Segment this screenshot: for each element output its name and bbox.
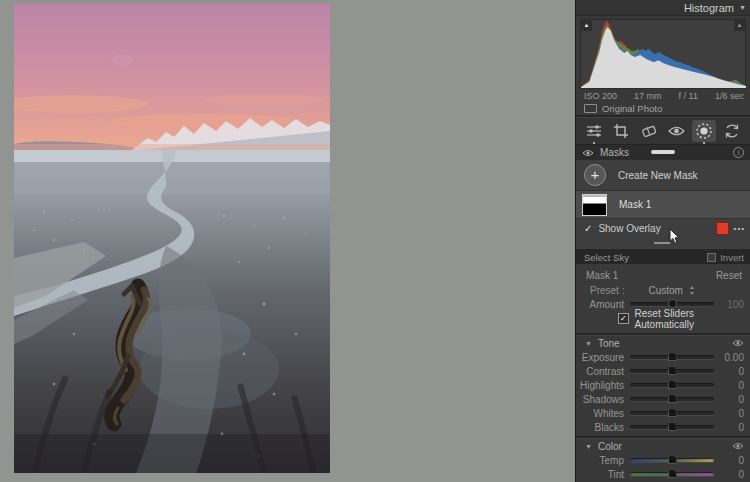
highlights-value[interactable]: 0: [714, 380, 750, 391]
auto-reset-label: Reset Sliders Automatically: [635, 308, 750, 330]
contrast-slider-track[interactable]: [630, 369, 714, 373]
shadows-slider-row: Shadows 0: [576, 392, 750, 406]
contrast-value[interactable]: 0: [714, 366, 750, 377]
slider-thumb[interactable]: [668, 380, 677, 389]
create-new-mask-row[interactable]: + Create New Mask: [576, 160, 750, 190]
color-section: ▼ Color Temp 0 Tint 0 Hue 0.0: [576, 439, 750, 482]
whites-slider-track[interactable]: [630, 411, 714, 415]
color-section-header[interactable]: ▼ Color: [576, 439, 750, 453]
select-sky-label: Select Sky: [584, 252, 629, 263]
panel-drag-handle[interactable]: [651, 150, 675, 154]
tint-slider-row: Tint 0: [576, 467, 750, 481]
collapse-triangle-icon[interactable]: ▼: [739, 0, 746, 16]
slider-thumb[interactable]: [668, 469, 677, 478]
slider-thumb[interactable]: [668, 366, 677, 375]
color-title: Color: [598, 441, 622, 452]
masking-tool-button[interactable]: [692, 120, 716, 142]
slider-thumb[interactable]: [668, 352, 677, 361]
masks-panel-resize-area[interactable]: [576, 237, 750, 250]
create-mask-plus-button[interactable]: +: [584, 164, 606, 186]
whites-slider-row: Whites 0: [576, 406, 750, 420]
mask-list-item[interactable]: Mask 1: [576, 190, 750, 219]
masks-panel-title: Masks: [600, 147, 629, 158]
preset-row[interactable]: Preset : Custom: [576, 283, 750, 297]
masks-panel-header[interactable]: Masks i: [576, 144, 750, 160]
tone-section-header[interactable]: ▼ Tone: [576, 336, 750, 350]
tone-section: ▼ Tone Exposure 0.00 Contrast 0 Highligh…: [576, 336, 750, 436]
disclosure-triangle-icon[interactable]: ▼: [585, 340, 592, 347]
blacks-slider-row: Blacks 0: [576, 420, 750, 434]
slider-thumb[interactable]: [668, 408, 677, 417]
reset-button[interactable]: Reset: [716, 270, 742, 281]
temp-slider-track[interactable]: [630, 458, 714, 462]
mask-name: Mask 1: [619, 199, 651, 210]
show-overlay-label: Show Overlay: [598, 223, 660, 234]
mask-action-bar[interactable]: Select Sky Invert: [576, 250, 750, 264]
preset-value[interactable]: Custom: [648, 285, 682, 296]
tint-slider-track[interactable]: [630, 472, 714, 476]
blacks-value[interactable]: 0: [714, 422, 750, 433]
heal-tool-button[interactable]: [637, 120, 661, 142]
shadow-clipping-icon[interactable]: ▲: [581, 20, 592, 31]
histogram-panel-header[interactable]: Histogram ▼: [576, 0, 750, 16]
slider-label: Tint: [576, 469, 624, 480]
show-overlay-checkbox[interactable]: ✓: [584, 223, 592, 234]
slider-thumb[interactable]: [668, 394, 677, 403]
slider-thumb[interactable]: [668, 455, 677, 464]
slider-label: Exposure: [576, 352, 624, 363]
amount-slider-track[interactable]: [630, 302, 714, 306]
focal-length-value: 17 mm: [634, 91, 662, 101]
invert-toggle[interactable]: Invert: [707, 252, 744, 263]
whites-value[interactable]: 0: [714, 408, 750, 419]
show-overlay-row[interactable]: ✓ Show Overlay •••: [576, 219, 750, 237]
tone-visibility-eye-icon[interactable]: [732, 339, 744, 347]
auto-reset-checkbox[interactable]: ✓: [618, 313, 629, 324]
color-visibility-eye-icon[interactable]: [732, 442, 744, 450]
photo-canvas[interactable]: [14, 4, 330, 473]
before-after-icon[interactable]: [584, 104, 597, 113]
aperture-value: f / 11: [679, 91, 698, 101]
lightroom-window: { "glyphs": { "triangle_down": "▼", "cli…: [0, 0, 750, 482]
slider-label: Contrast: [576, 366, 624, 377]
contrast-slider-row: Contrast 0: [576, 364, 750, 378]
tool-strip: [576, 118, 750, 144]
highlights-slider-track[interactable]: [630, 383, 714, 387]
shutter-value: 1/6 sec: [715, 91, 744, 101]
create-new-mask-label: Create New Mask: [618, 170, 697, 181]
temp-slider-row: Temp 0: [576, 453, 750, 467]
histogram-graph: [581, 20, 746, 88]
invert-checkbox[interactable]: [707, 253, 716, 262]
disclosure-triangle-icon[interactable]: ▼: [585, 443, 592, 450]
resize-handle[interactable]: [654, 242, 670, 244]
temp-value[interactable]: 0: [714, 455, 750, 466]
shadows-slider-track[interactable]: [630, 397, 714, 401]
original-photo-label: Original Photo: [602, 103, 662, 114]
tint-value[interactable]: 0: [714, 469, 750, 480]
preset-label: Preset :: [590, 285, 624, 296]
highlight-clipping-icon[interactable]: ▲: [734, 20, 745, 31]
auto-reset-toggle[interactable]: ✓ Reset Sliders Automatically: [576, 311, 750, 326]
overlay-options-icon[interactable]: •••: [734, 224, 745, 233]
original-photo-toggle[interactable]: Original Photo: [576, 101, 750, 115]
histogram[interactable]: ▲ ▲: [580, 19, 746, 89]
edit-sliders-tool-button[interactable]: [582, 120, 606, 142]
mask-thumbnail[interactable]: [582, 194, 607, 216]
amount-slider-thumb[interactable]: [668, 299, 677, 308]
masks-visibility-eye-icon[interactable]: [582, 149, 594, 157]
shadows-value[interactable]: 0: [714, 394, 750, 405]
slider-thumb[interactable]: [668, 422, 677, 431]
refresh-tool-button[interactable]: [720, 120, 744, 142]
red-eye-tool-button[interactable]: [665, 120, 689, 142]
preset-dropdown-icon[interactable]: [689, 286, 696, 295]
histogram-title: Histogram: [684, 2, 734, 14]
mask-settings-header: Mask 1 Reset: [576, 268, 750, 283]
invert-label: Invert: [720, 252, 744, 263]
exposure-slider-track[interactable]: [630, 355, 714, 359]
crop-tool-button[interactable]: [609, 120, 633, 142]
overlay-color-swatch[interactable]: [716, 222, 729, 235]
mask-settings: Mask 1 Reset Preset : Custom Amount 100 …: [576, 264, 750, 333]
amount-label: Amount: [576, 299, 624, 310]
blacks-slider-track[interactable]: [630, 425, 714, 429]
exposure-value[interactable]: 0.00: [714, 352, 750, 363]
masks-info-icon[interactable]: i: [733, 147, 744, 158]
